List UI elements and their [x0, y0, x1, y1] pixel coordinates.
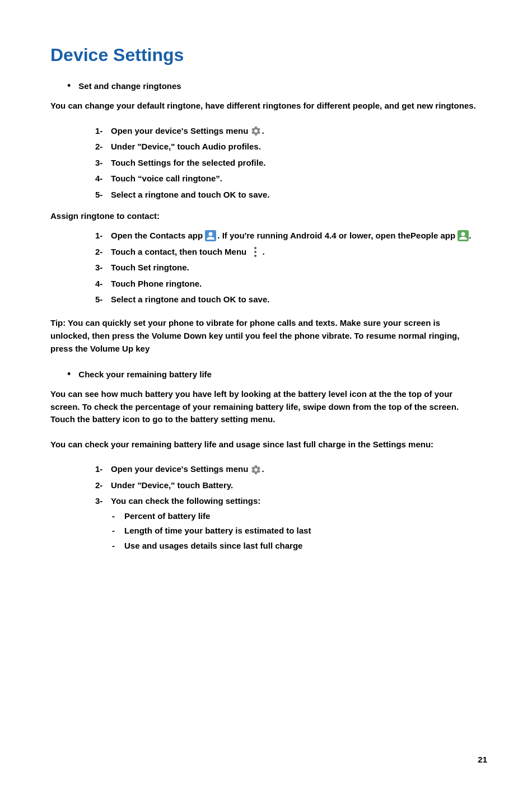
assign-step-5: 5- Select a ringtone and touch OK to sav… [95, 293, 482, 306]
assign-step-content-5: Select a ringtone and touch OK to save. [111, 293, 482, 306]
assign-step-5-text: Select a ringtone and touch OK to save. [111, 293, 269, 306]
assign-ringtone-label: Assign ringtone to contact: [50, 211, 482, 221]
assign-step-1-people-text: People app [410, 230, 458, 242]
assign-step-num-5: 5- [95, 293, 111, 306]
contacts-icon-svg [205, 230, 216, 241]
sub-dash-3: - [112, 540, 124, 553]
page-number: 21 [478, 755, 487, 764]
battery-step-3-text: You can check the following settings: [111, 495, 260, 508]
sub-dash-1: - [112, 510, 124, 523]
battery-sub-list: - Percent of battery life - Length of ti… [112, 510, 311, 555]
step-content-4: Touch “voice call ringtone”. [111, 172, 482, 185]
battery-step-2-text: Under "Device," touch Battery. [111, 479, 233, 492]
step-num-1: 1- [95, 125, 111, 138]
bullet-dot-battery: • [67, 368, 71, 380]
gear-icon-2 [250, 464, 262, 475]
assign-step-1-text-before: Open the Contacts app [111, 230, 205, 242]
assign-step-3-text: Touch Set ringtone. [111, 261, 189, 274]
sub-item-3-text: Use and usages details since last full c… [124, 540, 302, 553]
assign-step-2: 2- Touch a contact, then touch Menu . [95, 246, 482, 259]
page-title: Device Settings [50, 45, 482, 66]
people-icon [458, 230, 469, 241]
assign-step-content-4: Touch Phone ringtone. [111, 278, 482, 291]
people-icon-svg [458, 230, 469, 241]
battery-step-num-1: 1- [95, 463, 111, 476]
battery-step-1-period: . [262, 463, 264, 476]
bullet-ringtones-section: • Set and change ringtones [50, 81, 482, 92]
assign-step-content-2: Touch a contact, then touch Menu . [111, 246, 482, 259]
battery-step-content-1: Open your device's Settings menu . [111, 463, 482, 476]
svg-point-3 [461, 232, 465, 236]
assign-step-num-4: 4- [95, 278, 111, 291]
bullet-battery-label: Check your remaining battery life [78, 370, 212, 379]
assign-step-num-3: 3- [95, 261, 111, 274]
contacts-icon [205, 230, 216, 241]
ringtones-intro: You can change your default ringtone, ha… [50, 100, 482, 113]
assign-step-1-text-middle: . If you're running Android 4.4 or lower… [217, 230, 410, 242]
ringtone-step-5: 5- Select a ringtone and touch OK to sav… [95, 189, 482, 202]
battery-step-1: 1- Open your device's Settings menu . [95, 463, 482, 476]
bullet-ringtones-item: • Set and change ringtones [50, 81, 482, 92]
battery-step-content-2: Under "Device," touch Battery. [111, 479, 482, 492]
step-content-1: Open your device's Settings menu . [111, 125, 482, 138]
battery-step-1-text: Open your device's Settings menu [111, 463, 250, 476]
page-content: Device Settings • Set and change rington… [0, 0, 532, 609]
step-3-text: Touch Settings for the selected profile. [111, 157, 265, 170]
assign-step-3: 3- Touch Set ringtone. [95, 261, 482, 274]
assign-step-num-2: 2- [95, 246, 111, 259]
ringtone-step-3: 3- Touch Settings for the selected profi… [95, 157, 482, 170]
battery-intro-2: You can check your remaining battery lif… [50, 438, 482, 451]
bullet-ringtones-label: Set and change ringtones [78, 81, 181, 91]
bullet-battery-item: • Check your remaining battery life [50, 370, 482, 380]
step-content-5: Select a ringtone and touch OK to save. [111, 189, 482, 202]
battery-step-2: 2- Under "Device," touch Battery. [95, 479, 482, 492]
assign-step-1-period: . [469, 230, 471, 242]
battery-intro: You can see how much battery you have le… [50, 388, 482, 426]
step-num-3: 3- [95, 157, 111, 170]
assign-step-content-3: Touch Set ringtone. [111, 261, 482, 274]
assign-step-2-text: Touch a contact, then touch Menu [111, 246, 249, 259]
assign-step-1: 1- Open the Contacts app . If you're run… [95, 230, 482, 242]
step-2-text: Under "Device," touch Audio profiles. [111, 141, 261, 153]
battery-step-num-3: 3- [95, 495, 111, 508]
ringtone-step-4: 4- Touch “voice call ringtone”. [95, 172, 482, 185]
step-1-text: Open your device's Settings menu [111, 125, 250, 138]
battery-step-content-3: You can check the following settings: [111, 495, 260, 508]
assign-step-4-text: Touch Phone ringtone. [111, 278, 202, 291]
bullet-dot: • [67, 80, 71, 92]
ringtone-step-2: 2- Under "Device," touch Audio profiles. [95, 141, 482, 153]
step-num-5: 5- [95, 189, 111, 202]
ringtones-steps-list: 1- Open your device's Settings menu . 2-… [95, 125, 482, 202]
assign-step-4: 4- Touch Phone ringtone. [95, 278, 482, 291]
step-content-3: Touch Settings for the selected profile. [111, 157, 482, 170]
step-5-text: Select a ringtone and touch OK to save. [111, 189, 269, 202]
sub-item-2-text: Length of time your battery is estimated… [124, 525, 311, 537]
step-num-2: 2- [95, 141, 111, 153]
assign-step-2-period: . [262, 246, 264, 259]
tip-paragraph: Tip: You can quickly set your phone to v… [50, 316, 482, 356]
assign-steps-list: 1- Open the Contacts app . If you're run… [95, 230, 482, 306]
step-4-text: Touch “voice call ringtone”. [111, 172, 222, 185]
ringtone-step-1: 1- Open your device's Settings menu . [95, 125, 482, 138]
step-num-4: 4- [95, 172, 111, 185]
svg-point-1 [209, 232, 213, 236]
battery-step-num-2: 2- [95, 479, 111, 492]
step-1-period: . [262, 125, 264, 138]
battery-sub-item-2: - Length of time your battery is estimat… [112, 525, 311, 537]
battery-sub-item-1: - Percent of battery life [112, 510, 311, 523]
sub-item-1-text: Percent of battery life [124, 510, 210, 523]
bullet-battery-section: • Check your remaining battery life [50, 370, 482, 380]
assign-step-num-1: 1- [95, 230, 111, 242]
gear-icon-1 [250, 125, 262, 137]
assign-step-content-1: Open the Contacts app . If you're runnin… [111, 230, 482, 242]
step-content-2: Under "Device," touch Audio profiles. [111, 141, 482, 153]
sub-dash-2: - [112, 525, 124, 537]
battery-steps-list: 1- Open your device's Settings menu . 2-… [95, 463, 482, 554]
assign-step-1-people-indent: People app . [410, 230, 471, 242]
tip-text: Tip: You can quickly set your phone to v… [50, 318, 459, 354]
battery-sub-item-3: - Use and usages details since last full… [112, 540, 311, 553]
battery-step-3: 3- You can check the following settings:… [95, 495, 482, 554]
menu-icon [251, 247, 260, 257]
